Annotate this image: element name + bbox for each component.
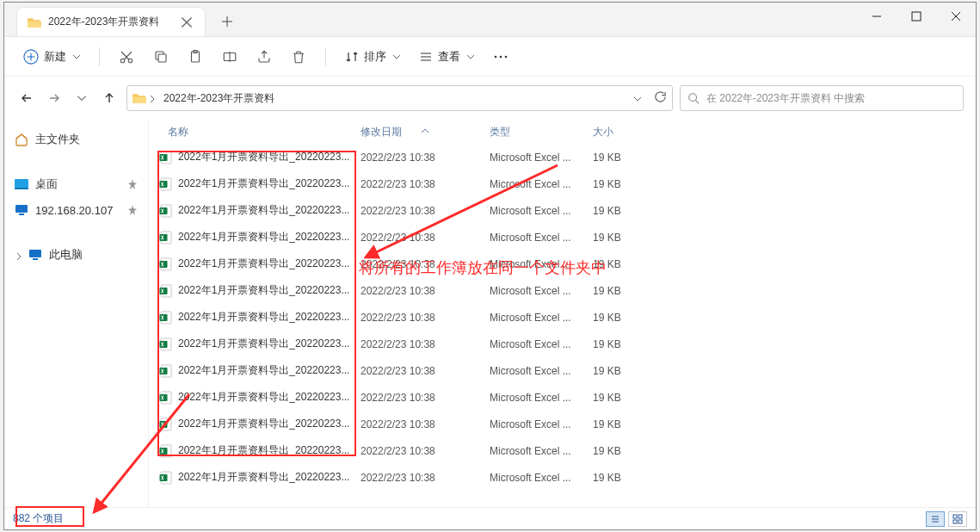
excel-file-icon bbox=[159, 364, 173, 378]
sidebar-remote-label: 192.168.20.107 bbox=[35, 204, 113, 217]
file-row[interactable]: 2022年1月开票资料导出_20220223...2022/2/23 10:38… bbox=[156, 304, 976, 331]
file-row[interactable]: 2022年1月开票资料导出_20220223...2022/2/23 10:38… bbox=[156, 384, 976, 411]
home-icon bbox=[15, 133, 28, 146]
window-tab[interactable]: 2022年-2023年开票资料 bbox=[16, 7, 206, 36]
view-label: 查看 bbox=[438, 49, 460, 65]
file-size: 19 KB bbox=[593, 338, 653, 350]
file-row[interactable]: 2022年1月开票资料导出_20220223...2022/2/23 10:38… bbox=[156, 277, 976, 304]
new-button[interactable]: 新建 bbox=[16, 43, 87, 71]
svg-rect-46 bbox=[953, 520, 957, 523]
window: 2022年-2023年开票资料 新建 bbox=[3, 2, 977, 530]
share-button[interactable] bbox=[250, 43, 279, 71]
column-header-name[interactable]: 名称 bbox=[168, 125, 361, 139]
svg-rect-29 bbox=[160, 288, 168, 294]
file-date: 2022/2/23 10:38 bbox=[361, 472, 490, 484]
file-size: 19 KB bbox=[593, 418, 653, 430]
column-header-type[interactable]: 类型 bbox=[490, 125, 593, 139]
chevron-down-icon bbox=[391, 52, 402, 62]
svg-rect-12 bbox=[15, 179, 28, 188]
back-button[interactable] bbox=[16, 88, 37, 108]
new-tab-button[interactable] bbox=[214, 9, 240, 34]
file-row[interactable]: 2022年1月开票资料导出_20220223...2022/2/23 10:38… bbox=[156, 464, 976, 491]
column-header-date[interactable]: 修改日期 bbox=[361, 125, 490, 139]
svg-rect-41 bbox=[160, 448, 168, 455]
file-size: 19 KB bbox=[593, 285, 653, 297]
file-row[interactable]: 2022年1月开票资料导出_20220223...2022/2/23 10:38… bbox=[156, 331, 976, 357]
tab-close-button[interactable] bbox=[181, 16, 193, 28]
cut-button[interactable] bbox=[112, 43, 141, 71]
file-size: 19 KB bbox=[593, 152, 653, 164]
svg-rect-27 bbox=[160, 261, 168, 268]
file-row[interactable]: 2022年1月开票资料导出_20220223...2022/2/23 10:38… bbox=[156, 411, 976, 437]
sidebar-desktop-label: 桌面 bbox=[35, 176, 58, 192]
svg-rect-23 bbox=[160, 207, 168, 214]
file-row[interactable]: 2022年1月开票资料导出_20220223...2022/2/23 10:38… bbox=[156, 197, 976, 224]
file-size: 19 KB bbox=[593, 472, 653, 484]
more-button[interactable] bbox=[486, 43, 515, 71]
new-button-label: 新建 bbox=[44, 49, 66, 65]
column-headers: 名称 修改日期 类型 大小 bbox=[149, 120, 976, 144]
file-date: 2022/2/23 10:38 bbox=[361, 205, 490, 217]
view-button[interactable]: 查看 bbox=[412, 43, 481, 71]
file-row[interactable]: 2022年1月开票资料导出_20220223...2022/2/23 10:38… bbox=[156, 357, 976, 384]
chevron-right-icon[interactable] bbox=[15, 251, 23, 259]
file-row[interactable]: 2022年1月开票资料导出_20220223...2022/2/23 10:38… bbox=[156, 144, 976, 170]
sidebar-item-home[interactable]: 主文件夹 bbox=[9, 127, 143, 152]
close-window-button[interactable] bbox=[936, 3, 976, 30]
file-date: 2022/2/23 10:38 bbox=[361, 152, 490, 164]
file-name: 2022年1月开票资料导出_20220223... bbox=[178, 337, 349, 351]
file-row[interactable]: 2022年1月开票资料导出_20220223...2022/2/23 10:38… bbox=[156, 437, 976, 464]
excel-file-icon bbox=[159, 284, 173, 298]
plus-icon bbox=[23, 49, 39, 65]
svg-point-11 bbox=[689, 94, 697, 102]
breadcrumb-segment[interactable]: 2022年-2023年开票资料 bbox=[163, 91, 274, 106]
excel-file-icon bbox=[159, 257, 173, 271]
excel-file-icon bbox=[159, 391, 173, 405]
file-row[interactable]: 2022年1月开票资料导出_20220223...2022/2/23 10:38… bbox=[156, 170, 976, 197]
file-row[interactable]: 2022年1月开票资料导出_20220223...2022/2/23 10:38… bbox=[156, 224, 976, 251]
file-list: 2022年1月开票资料导出_20220223...2022/2/23 10:38… bbox=[149, 144, 976, 507]
file-size: 19 KB bbox=[593, 205, 653, 217]
address-bar[interactable]: 2022年-2023年开票资料 bbox=[126, 85, 673, 111]
svg-rect-44 bbox=[953, 515, 957, 518]
sidebar-item-remote[interactable]: 192.168.20.107 bbox=[9, 197, 143, 223]
view-large-icons-button[interactable] bbox=[948, 511, 967, 527]
chevron-down-icon bbox=[71, 52, 82, 62]
svg-point-2 bbox=[120, 59, 125, 63]
file-date: 2022/2/23 10:38 bbox=[361, 418, 490, 430]
chevron-down-icon[interactable] bbox=[633, 94, 642, 102]
svg-rect-47 bbox=[958, 520, 962, 523]
nav-arrows bbox=[16, 88, 120, 108]
minimize-button[interactable] bbox=[857, 3, 897, 30]
column-header-size[interactable]: 大小 bbox=[593, 125, 653, 139]
toolbar-divider bbox=[99, 47, 100, 66]
forward-button[interactable] bbox=[44, 88, 65, 108]
search-box[interactable]: 在 2022年-2023年开票资料 中搜索 bbox=[680, 85, 964, 111]
sort-button[interactable]: 排序 bbox=[338, 43, 407, 71]
sidebar-item-desktop[interactable]: 桌面 bbox=[9, 171, 143, 197]
rename-button[interactable] bbox=[215, 43, 244, 71]
svg-point-3 bbox=[128, 59, 133, 63]
breadcrumb-root[interactable] bbox=[133, 92, 157, 104]
history-dropdown-button[interactable] bbox=[71, 88, 92, 108]
excel-file-icon bbox=[159, 337, 173, 351]
delete-button[interactable] bbox=[284, 43, 313, 71]
svg-rect-4 bbox=[158, 54, 166, 62]
view-details-button[interactable] bbox=[926, 511, 945, 527]
sidebar-item-thispc[interactable]: 此电脑 bbox=[9, 242, 143, 268]
body: 主文件夹 桌面 192.168.20.107 bbox=[4, 120, 976, 507]
maximize-button[interactable] bbox=[897, 3, 936, 30]
excel-file-icon bbox=[159, 151, 173, 164]
copy-button[interactable] bbox=[146, 43, 176, 71]
file-size: 19 KB bbox=[593, 312, 653, 324]
refresh-button[interactable] bbox=[654, 90, 667, 106]
svg-rect-45 bbox=[958, 515, 962, 518]
file-type: Microsoft Excel ... bbox=[490, 418, 593, 430]
paste-button[interactable] bbox=[181, 43, 210, 71]
sort-label: 排序 bbox=[364, 49, 386, 65]
search-icon bbox=[687, 92, 700, 104]
up-button[interactable] bbox=[99, 88, 120, 108]
file-name: 2022年1月开票资料导出_20220223... bbox=[178, 310, 349, 325]
file-name: 2022年1月开票资料导出_20220223... bbox=[178, 417, 349, 431]
folder-icon bbox=[133, 92, 146, 104]
